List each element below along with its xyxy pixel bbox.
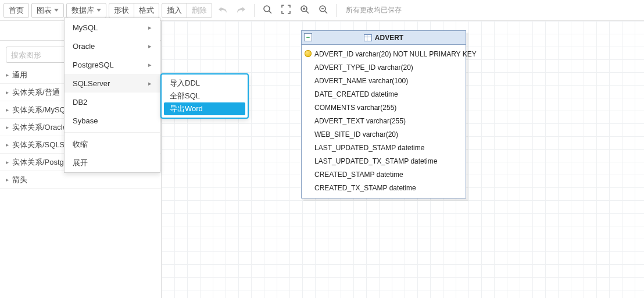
menu-item-label: SQLServer	[73, 79, 110, 88]
column-text: WEB_SITE_ID varchar(20)	[314, 130, 398, 139]
zoom-out-button[interactable]	[315, 3, 331, 18]
entity-column[interactable]: WEB_SITE_ID varchar(20)	[302, 127, 466, 141]
menu-item-label: Sybase	[73, 116, 98, 125]
svg-line-7	[325, 11, 327, 13]
menu-item-postgresql[interactable]: PostgreSQL▸	[65, 55, 160, 74]
menu-item-sybase[interactable]: Sybase	[65, 111, 160, 130]
zoom-in-icon	[300, 5, 309, 16]
database-menu: MySQL▸ Oracle▸ PostgreSQL▸ SQLServer▸ DB…	[64, 17, 160, 173]
zoom-out-icon	[319, 5, 328, 16]
entity-table[interactable]: − ADVERT ADVERT_ID varchar(20) NOT NULL …	[301, 30, 466, 198]
triangle-right-icon: ▸	[6, 124, 9, 130]
fit-screen-icon	[281, 5, 291, 16]
separator	[336, 4, 337, 17]
shape-group[interactable]: ▸箭头	[0, 171, 161, 189]
save-status: 所有更改均已保存	[346, 5, 402, 15]
database-submenu: 导入DDL 全部SQL 导出Word	[160, 73, 249, 119]
chart-button-label: 图表	[37, 5, 52, 16]
home-button[interactable]: 首页	[3, 3, 29, 18]
entity-header[interactable]: − ADVERT	[302, 31, 466, 45]
separator	[254, 4, 255, 17]
fit-button[interactable]	[278, 3, 294, 18]
menu-item-expand[interactable]: 展开	[65, 154, 160, 172]
triangle-right-icon: ▸	[6, 107, 9, 113]
entity-column[interactable]: ADVERT_TEXT varchar(255)	[302, 114, 466, 127]
entity-name: ADVERT	[375, 34, 403, 42]
shape-group-label: 实体关系/Oracle	[12, 122, 67, 133]
shape-group-label: 实体关系/MySQL	[12, 105, 70, 115]
menu-item-oracle[interactable]: Oracle▸	[65, 37, 160, 55]
menu-item-label: Oracle	[73, 42, 95, 51]
entity-column[interactable]: COMMENTS varchar(255)	[302, 101, 466, 114]
column-text: LAST_UPDATED_STAMP datetime	[314, 144, 424, 152]
redo-icon	[237, 5, 246, 15]
entity-column[interactable]: ADVERT_ID varchar(20) NOT NULL PRIMARY K…	[302, 47, 466, 61]
redo-button[interactable]	[233, 3, 249, 18]
entity-column[interactable]: ADVERT_NAME varchar(100)	[302, 74, 466, 87]
delete-button[interactable]: 删除	[187, 3, 212, 18]
svg-point-0	[264, 6, 270, 12]
menu-item-label: PostgreSQL	[73, 61, 114, 69]
menu-item-label: 导入DDL	[170, 78, 200, 88]
entity-body: ADVERT_ID varchar(20) NOT NULL PRIMARY K…	[302, 45, 466, 198]
column-text: LAST_UPDATED_TX_STAMP datetime	[314, 157, 437, 165]
shape-group-label: 实体关系/普通	[12, 87, 60, 98]
triangle-right-icon: ▸	[6, 89, 9, 95]
column-text: ADVERT_TYPE_ID varchar(20)	[314, 63, 413, 72]
table-icon	[364, 34, 372, 41]
menu-item-label: DB2	[73, 98, 87, 107]
column-text: CREATED_STAMP datetime	[314, 171, 403, 179]
submenu-item-export-word[interactable]: 导出Word	[164, 102, 245, 115]
column-text: ADVERT_ID varchar(20) NOT NULL PRIMARY K…	[314, 50, 477, 58]
menu-item-sqlserver[interactable]: SQLServer▸	[65, 74, 160, 93]
column-text: COMMENTS varchar(255)	[314, 104, 396, 112]
caret-down-icon	[96, 9, 101, 12]
menu-item-collapse[interactable]: 收缩	[65, 135, 160, 154]
chart-button[interactable]: 图表	[31, 3, 64, 18]
shape-button[interactable]: 形状	[109, 3, 134, 18]
zoom-in-button[interactable]	[296, 3, 313, 18]
database-button-label: 数据库	[71, 5, 94, 16]
chevron-right-icon: ▸	[148, 42, 152, 50]
triangle-right-icon: ▸	[6, 159, 9, 165]
submenu-item-import-ddl[interactable]: 导入DDL	[164, 77, 245, 90]
menu-item-label: 全部SQL	[170, 91, 200, 101]
entity-column[interactable]: CREATED_STAMP datetime	[302, 168, 466, 181]
menu-item-mysql[interactable]: MySQL▸	[65, 18, 160, 37]
menu-item-label: 导出Word	[170, 104, 203, 114]
entity-column[interactable]: DATE_CREATED datetime	[302, 87, 466, 101]
column-text: ADVERT_NAME varchar(100)	[314, 77, 408, 85]
undo-button[interactable]	[214, 3, 231, 18]
collapse-icon[interactable]: −	[304, 33, 312, 41]
shape-format-group: 形状 格式	[109, 3, 159, 18]
triangle-right-icon: ▸	[6, 72, 9, 78]
chevron-right-icon: ▸	[148, 61, 152, 69]
chevron-right-icon: ▸	[148, 24, 152, 31]
format-button[interactable]: 格式	[134, 3, 159, 18]
menu-item-label: MySQL	[73, 23, 98, 32]
menu-item-label: 收缩	[73, 139, 88, 150]
submenu-item-all-sql[interactable]: 全部SQL	[164, 90, 245, 102]
search-icon	[263, 5, 272, 16]
shape-group-label: 箭头	[12, 175, 27, 185]
menu-item-db2[interactable]: DB2	[65, 93, 160, 111]
column-text: CREATED_TX_STAMP datetime	[314, 184, 416, 192]
triangle-right-icon: ▸	[6, 141, 9, 148]
insert-button[interactable]: 插入	[162, 3, 187, 18]
menu-divider	[65, 132, 160, 133]
caret-down-icon	[54, 9, 59, 12]
database-button[interactable]: 数据库	[66, 3, 106, 18]
chevron-right-icon: ▸	[148, 80, 152, 87]
column-text: ADVERT_TEXT varchar(255)	[314, 117, 406, 125]
menu-item-label: 展开	[73, 158, 88, 168]
entity-column[interactable]: LAST_UPDATED_TX_STAMP datetime	[302, 154, 466, 168]
undo-icon	[218, 5, 227, 15]
insert-delete-group: 插入 删除	[162, 3, 212, 18]
svg-line-1	[269, 11, 271, 13]
svg-line-3	[306, 11, 309, 13]
entity-column[interactable]: LAST_UPDATED_STAMP datetime	[302, 141, 466, 154]
search-button[interactable]	[259, 3, 276, 18]
entity-column[interactable]: CREATED_TX_STAMP datetime	[302, 181, 466, 194]
canvas[interactable]: − ADVERT ADVERT_ID varchar(20) NOT NULL …	[162, 21, 644, 298]
entity-column[interactable]: ADVERT_TYPE_ID varchar(20)	[302, 61, 466, 74]
